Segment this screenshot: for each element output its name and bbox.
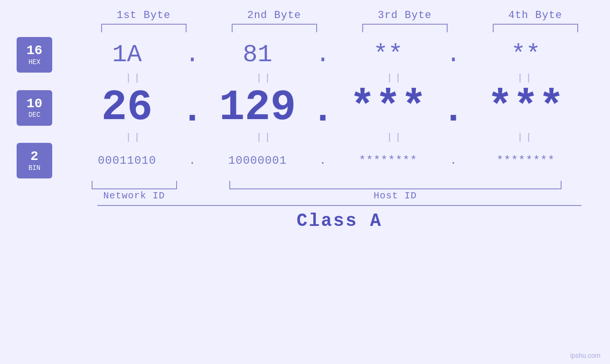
equals-row-1: || || || || <box>0 73 610 84</box>
hex-byte1-value: 1A <box>69 41 185 69</box>
bin-values: 00011010 . 10000001 . ******** . *******… <box>69 154 610 167</box>
hex-num: 16 <box>27 44 43 58</box>
bottom-brackets <box>0 181 610 189</box>
equals-row-2: || || || || <box>0 132 610 143</box>
bin-byte2-value: 10000001 <box>199 154 316 167</box>
hex-label: HEX <box>28 58 40 66</box>
dec-badge: 10 DEC <box>17 90 52 126</box>
eq1-3: || <box>330 73 460 84</box>
bracket-byte2 <box>209 24 339 32</box>
bracket-byte1 <box>78 24 209 32</box>
hex-byte2-value: 81 <box>199 41 316 69</box>
network-bracket-line <box>92 181 177 189</box>
byte2-header: 2nd Byte <box>209 9 339 21</box>
hex-byte3-value: ** <box>330 41 446 69</box>
equals-values-2: || || || || <box>69 132 610 143</box>
main-container: 1st Byte 2nd Byte 3rd Byte 4th Byte 16 H… <box>0 0 610 364</box>
hex-row-group: 16 HEX 1A . 81 . ** . ** <box>0 37 610 73</box>
dec-byte4-cell: *** <box>460 84 591 132</box>
hex-byte4-cell: ** <box>460 41 591 69</box>
bracket-line-1 <box>101 24 187 32</box>
dec-byte2-value: 129 <box>199 84 316 132</box>
id-labels: Network ID Host ID <box>0 190 610 201</box>
bin-byte3-value: ******** <box>330 154 446 167</box>
dec-dot3: . <box>446 89 460 132</box>
bin-byte2-cell: 10000001 . <box>199 154 330 167</box>
network-bracket <box>69 181 199 189</box>
dec-byte3-cell: *** . <box>330 84 460 132</box>
eq1-4: || <box>460 73 591 84</box>
hex-dot2: . <box>316 41 330 69</box>
top-brackets <box>0 24 610 32</box>
bin-row-group: 2 BIN 00011010 . 10000001 . ******** . <box>0 143 610 178</box>
bin-dot3: . <box>446 154 460 167</box>
class-label: Class A <box>297 205 383 231</box>
dec-byte1-value: 26 <box>69 84 185 132</box>
bracket-byte3 <box>339 24 470 32</box>
dec-num: 10 <box>27 97 43 112</box>
host-id-label: Host ID <box>199 190 591 201</box>
hex-byte3-cell: ** . <box>330 41 460 69</box>
class-row: Class A <box>0 205 610 231</box>
bin-dot1: . <box>185 154 199 167</box>
bin-label: BIN <box>28 164 40 172</box>
byte1-header: 1st Byte <box>78 9 209 21</box>
byte4-header: 4th Byte <box>470 9 601 21</box>
dec-byte1-cell: 26 . <box>69 84 199 132</box>
dec-values: 26 . 129 . *** . *** <box>69 84 610 132</box>
bin-byte3-cell: ******** . <box>330 154 460 167</box>
bin-byte4-cell: ******** <box>460 154 591 167</box>
host-bracket <box>199 181 591 189</box>
hex-badge: 16 HEX <box>17 37 52 73</box>
dec-dot2: . <box>316 89 330 132</box>
bin-badge-col: 2 BIN <box>0 143 69 178</box>
hex-byte1-cell: 1A . <box>69 41 199 69</box>
dec-byte2-cell: 129 . <box>199 84 330 132</box>
byte3-header: 3rd Byte <box>339 9 470 21</box>
eq1-1: || <box>69 73 199 84</box>
bin-byte1-cell: 00011010 . <box>69 154 199 167</box>
bracket-line-3 <box>362 24 448 32</box>
hex-byte4-value: ** <box>460 41 591 69</box>
bracket-byte4 <box>470 24 601 32</box>
host-bracket-line <box>229 181 562 189</box>
watermark: ipshu.com <box>570 352 601 359</box>
eq1-2: || <box>199 73 330 84</box>
equals-values-1: || || || || <box>69 73 610 84</box>
eq2-4: || <box>460 132 591 143</box>
dec-byte3-value: *** <box>330 84 446 132</box>
hex-values: 1A . 81 . ** . ** <box>69 41 610 69</box>
dec-dot1: . <box>185 89 199 132</box>
hex-dot3: . <box>446 41 460 69</box>
eq2-2: || <box>199 132 330 143</box>
eq2-3: || <box>330 132 460 143</box>
dec-label: DEC <box>28 111 40 119</box>
eq2-1: || <box>69 132 199 143</box>
class-line <box>97 205 582 206</box>
dec-badge-col: 10 DEC <box>0 90 69 126</box>
bin-badge: 2 BIN <box>17 143 52 178</box>
class-line-container: Class A <box>69 205 610 231</box>
network-id-label: Network ID <box>69 190 199 201</box>
bin-byte1-value: 00011010 <box>69 154 185 167</box>
byte-headers: 1st Byte 2nd Byte 3rd Byte 4th Byte <box>0 0 610 21</box>
rows-with-badges: 16 HEX 1A . 81 . ** . ** <box>0 37 610 178</box>
bin-dot2: . <box>316 154 330 167</box>
bracket-line-4 <box>493 24 578 32</box>
bin-byte4-value: ******** <box>460 154 591 167</box>
bracket-line-2 <box>232 24 317 32</box>
hex-byte2-cell: 81 . <box>199 41 330 69</box>
bin-num: 2 <box>30 149 38 164</box>
hex-dot1: . <box>185 41 199 69</box>
hex-badge-col: 16 HEX <box>0 37 69 73</box>
dec-row-group: 10 DEC 26 . 129 . *** . *** <box>0 84 610 132</box>
dec-byte4-value: *** <box>460 84 591 132</box>
